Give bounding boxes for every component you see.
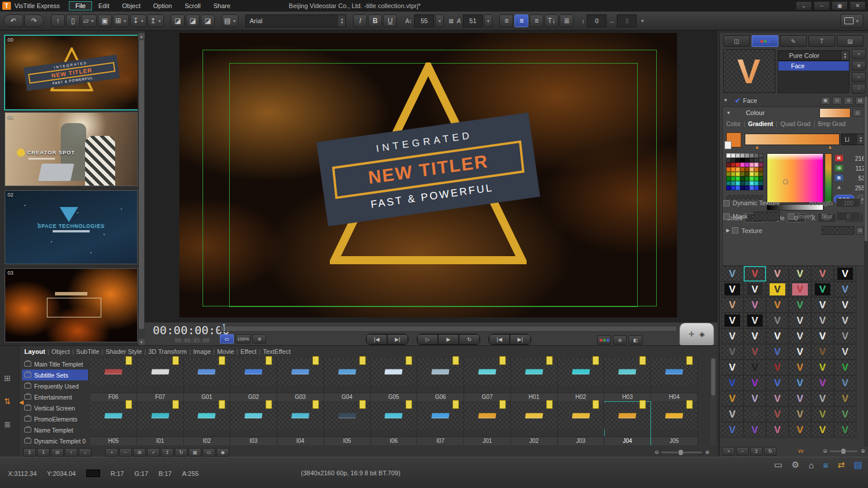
palette-swatch[interactable] <box>749 167 754 172</box>
template-grid-scrollbar[interactable] <box>711 357 716 445</box>
style-variant-cell[interactable]: V <box>744 313 766 328</box>
remove-template[interactable]: − <box>119 448 132 457</box>
style-variant-cell[interactable]: V <box>744 422 766 438</box>
clapper-out[interactable]: ◪ <box>201 14 215 27</box>
palette-swatch[interactable] <box>731 186 735 190</box>
style-variant-cell[interactable]: V <box>789 344 811 360</box>
timeline-thumbnail-03[interactable]: 03 <box>5 268 138 342</box>
palette-swatch[interactable] <box>735 172 740 176</box>
snapshot[interactable]: ◉ <box>216 448 229 457</box>
font-family-spinner[interactable]: ▲▼ <box>337 15 345 27</box>
style-variant-cell[interactable]: V <box>834 360 856 375</box>
layer-up[interactable]: ↑ <box>852 84 866 94</box>
bookmark-tag-icon[interactable] <box>406 356 412 365</box>
palette-swatch[interactable] <box>749 153 754 158</box>
style-variant-cell[interactable]: V <box>811 344 834 360</box>
style-variant-cell[interactable]: V <box>766 422 789 438</box>
mode-quad-grad[interactable]: Quad Grad <box>781 120 811 127</box>
add-layer[interactable]: + <box>852 49 866 59</box>
face-reset-icon[interactable]: ⊖ <box>844 97 854 105</box>
split-view-button[interactable]: ◧ <box>628 335 642 345</box>
expand-texture-icon[interactable]: ▶ <box>726 228 730 233</box>
style-variant-cell[interactable]: V <box>766 406 789 422</box>
bookmark-tag-icon[interactable] <box>219 356 225 365</box>
bookmark-tag-icon[interactable] <box>593 356 599 365</box>
archive-icon[interactable]: ▤ <box>854 460 862 470</box>
template-link[interactable]: ⊟ <box>51 448 64 457</box>
style-variant-cell[interactable]: V <box>834 406 856 422</box>
style-variant-cell[interactable]: V <box>721 375 744 391</box>
go-end-button[interactable]: ▶| <box>510 334 531 345</box>
style-variant-cell[interactable]: V <box>744 297 766 313</box>
style-variant-cell[interactable]: V <box>834 375 856 391</box>
bookmark-tag-icon[interactable] <box>126 400 132 409</box>
style-variant-cell[interactable]: V <box>721 422 744 438</box>
palette-swatch[interactable] <box>759 176 763 181</box>
tab-object[interactable]: Object <box>52 348 70 355</box>
palette-swatch[interactable] <box>754 181 759 186</box>
undo[interactable]: ↶ <box>3 14 23 27</box>
picker-cursor[interactable] <box>783 179 788 184</box>
template-cell-j03[interactable]: J03 <box>558 401 605 445</box>
face-preview-toggle-icon[interactable]: ▣ <box>821 97 830 105</box>
zoom-out-icon[interactable]: ⊖ <box>654 449 659 455</box>
layer-item-face[interactable]: Face <box>778 61 849 71</box>
blur-input[interactable]: 0 <box>836 212 860 221</box>
clapper-mid[interactable]: ◪ <box>186 14 200 27</box>
template-down[interactable]: ↓ <box>79 448 91 457</box>
template-cell-j04[interactable]: J04 <box>604 401 651 445</box>
palette-swatch[interactable] <box>740 158 745 162</box>
category-main-title-templet[interactable]: Main Title Templet <box>22 358 88 369</box>
style-variant-cell[interactable]: V <box>811 282 834 297</box>
mode-gradient[interactable]: Gradient <box>748 120 773 127</box>
style-variant-cell[interactable]: V <box>766 282 789 297</box>
palette-swatch[interactable] <box>740 186 745 190</box>
palette-swatch[interactable] <box>726 153 731 158</box>
invert-checkbox[interactable] <box>788 213 795 220</box>
close-button[interactable]: ✕ <box>849 1 866 10</box>
style-variant-cell[interactable]: V <box>789 375 811 391</box>
style-variant-cell[interactable]: V <box>744 328 766 344</box>
clapper-in[interactable]: ◪ <box>171 14 185 27</box>
bookmark-tag-icon[interactable] <box>312 356 319 365</box>
palette-swatch[interactable] <box>745 158 749 162</box>
tab-texteffect[interactable]: TextEffect <box>263 348 290 355</box>
bookmark-tag-icon[interactable] <box>359 356 366 365</box>
style-variant-cell[interactable]: V <box>834 328 856 344</box>
mode-color[interactable]: Color <box>726 120 741 127</box>
thumbnail-scrollbar[interactable]: ▲ ▼ <box>138 33 145 345</box>
template-cell-i03[interactable]: I03 <box>230 401 277 445</box>
more-text-options-dropdown[interactable]: ▼ <box>640 19 645 24</box>
bookmark-tag-icon[interactable] <box>312 400 319 409</box>
template-cell-f06[interactable]: F06 <box>90 357 137 401</box>
palette-swatch[interactable] <box>740 167 745 172</box>
line-spacing-icon[interactable]: ↕ <box>582 18 584 24</box>
bookmark-tag-icon[interactable] <box>639 356 646 365</box>
template-cell-h04[interactable]: H04 <box>651 357 698 401</box>
tab-subtitle[interactable]: SubTitle <box>76 348 100 355</box>
timeline-scrubber[interactable]: ▼ <box>220 326 677 332</box>
style-variant-cell[interactable]: V <box>811 266 834 282</box>
category-promoelements[interactable]: PromoElements <box>22 413 88 424</box>
template-cell-j05[interactable]: J05 <box>651 401 698 445</box>
style-variant-cell[interactable]: V <box>766 297 789 313</box>
play-button[interactable]: ▶ <box>438 334 459 345</box>
tab-effects[interactable]: ✎ <box>780 35 807 47</box>
tab-shader[interactable]: ▤ <box>837 35 863 47</box>
tab-text[interactable]: T <box>808 35 835 47</box>
fit-zoom-button[interactable]: ⊕ <box>252 334 266 343</box>
screen-output-icon[interactable]: ▭ <box>774 460 782 470</box>
style-variant-cell[interactable]: V <box>721 266 744 282</box>
mode-bmp-grad[interactable]: Bmp Grad <box>818 120 845 127</box>
palette-swatch[interactable] <box>740 172 745 176</box>
timeline-thumbnail-01[interactable]: 01CREATOR SPOT <box>5 112 138 186</box>
palette-swatch[interactable] <box>735 153 740 158</box>
menu-item-edit[interactable]: Edit <box>92 1 116 10</box>
menu-item-share[interactable]: Share <box>207 1 237 10</box>
gradient-stop-icon[interactable]: ▲ <box>755 145 759 150</box>
line-spacing-value[interactable]: 0 <box>587 14 606 27</box>
template-cell-g01[interactable]: G01 <box>184 357 231 401</box>
style-variant-cell[interactable]: V <box>766 328 789 344</box>
style-variant-cell[interactable]: V <box>834 282 856 297</box>
insert-layer[interactable]: ⊕ <box>852 61 866 71</box>
